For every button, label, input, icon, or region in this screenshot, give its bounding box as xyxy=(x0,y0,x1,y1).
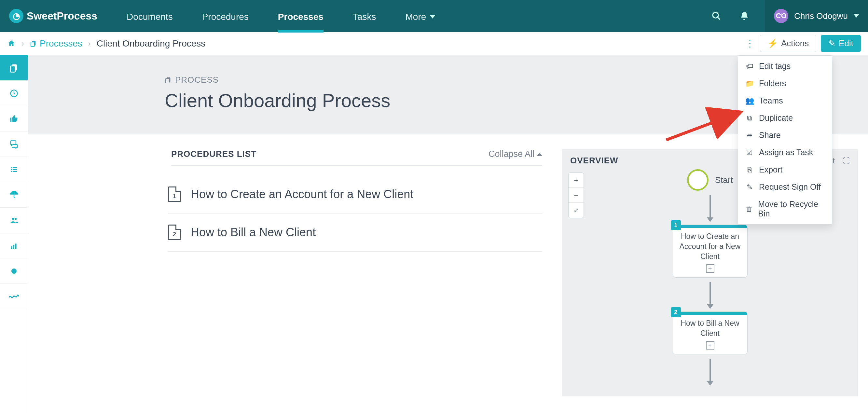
nav-tasks[interactable]: Tasks xyxy=(353,12,376,32)
svg-rect-20 xyxy=(166,78,169,83)
actions-dropdown: 🏷Edit tags 📁Folders 👥Teams ⧉Duplicate ➦S… xyxy=(738,55,832,225)
dd-label: Edit tags xyxy=(759,62,790,71)
sidebar-item-bars[interactable] xyxy=(0,233,28,258)
breadcrumb-processes[interactable]: Processes xyxy=(30,38,82,49)
bell-icon[interactable] xyxy=(737,8,752,24)
chevron-down-icon xyxy=(854,14,859,18)
plus-icon[interactable]: + xyxy=(706,341,714,350)
sidebar-item-clock[interactable] xyxy=(0,81,28,106)
dd-duplicate[interactable]: ⧉Duplicate xyxy=(738,109,832,127)
flow-card[interactable]: 2 How to Bill a New Client + xyxy=(673,312,748,354)
arrow-down-icon xyxy=(710,282,711,308)
svg-rect-5 xyxy=(10,66,15,72)
sidebar-item-dot[interactable] xyxy=(0,258,28,284)
bolt-icon: ⚡ xyxy=(768,38,778,49)
procedure-item[interactable]: 2 How to Bill a New Client xyxy=(168,214,542,252)
sidebar-item-list[interactable] xyxy=(0,157,28,182)
tag-icon: 🏷 xyxy=(745,62,754,71)
edit-button[interactable]: ✎ Edit xyxy=(821,35,861,52)
page-title: Client Onboarding Process xyxy=(165,90,542,111)
sidebar-item-people[interactable] xyxy=(0,208,28,233)
dd-export[interactable]: ⎘Export xyxy=(738,161,832,178)
dd-assign-task[interactable]: ☑Assign as Task xyxy=(738,144,832,161)
procedures-heading: PROCEDURES LIST xyxy=(171,149,256,159)
nav-processes[interactable]: Processes xyxy=(278,12,323,32)
breadcrumb-sep: › xyxy=(22,39,24,48)
flow-card-text: How to Create an Account for a New Clien… xyxy=(673,231,747,262)
svg-point-14 xyxy=(14,218,17,220)
dd-share[interactable]: ➦Share xyxy=(738,127,832,144)
user-menu[interactable]: CO Chris Odogwu xyxy=(765,0,868,32)
arrow-down-icon xyxy=(710,195,711,221)
dd-signoff[interactable]: ✎Request Sign Off xyxy=(738,178,832,196)
svg-point-0 xyxy=(713,12,719,18)
zoom-out-button[interactable]: − xyxy=(568,188,584,203)
zoom-in-button[interactable]: + xyxy=(568,173,584,188)
svg-rect-11 xyxy=(11,171,12,172)
flow-card-number: 1 xyxy=(671,220,681,230)
svg-rect-9 xyxy=(11,169,12,170)
sidebar-item-umbrella[interactable] xyxy=(0,182,28,208)
actions-button[interactable]: ⚡ Actions xyxy=(760,35,816,52)
collapse-all-link[interactable]: Collapse All xyxy=(489,149,542,159)
sidebar xyxy=(0,55,28,413)
dd-label: Move to Recycle Bin xyxy=(758,199,825,218)
nav-more[interactable]: More xyxy=(405,12,435,32)
procedures-column: PROCEDURES LIST Collapse All 1 How to Cr… xyxy=(171,149,542,396)
svg-rect-7 xyxy=(11,167,12,168)
dd-label: Request Sign Off xyxy=(759,182,821,192)
breadcrumb-bar: › Processes › Client Onboarding Process … xyxy=(0,32,868,55)
procedure-title: How to Create an Account for a New Clien… xyxy=(191,187,413,201)
dd-label: Folders xyxy=(759,79,786,88)
dd-edit-tags[interactable]: 🏷Edit tags xyxy=(738,58,832,75)
overview-heading: OVERVIEW xyxy=(570,156,618,166)
document-icon: 2 xyxy=(168,225,181,240)
kebab-icon[interactable]: ⋮ xyxy=(744,38,755,49)
copy-icon xyxy=(165,76,172,84)
top-bar: ◔ SweetProcess Documents Procedures Proc… xyxy=(0,0,868,32)
page-eyebrow: PROCESS xyxy=(165,75,542,85)
svg-line-1 xyxy=(718,17,720,20)
breadcrumb-actions: ⋮ ⚡ Actions ✎ Edit xyxy=(744,35,861,52)
svg-point-13 xyxy=(12,218,14,220)
teams-icon: 👥 xyxy=(745,97,754,105)
nav-documents[interactable]: Documents xyxy=(127,12,173,32)
sidebar-item-thumb[interactable] xyxy=(0,106,28,131)
flow-start-label: Start xyxy=(715,175,733,185)
document-icon: 1 xyxy=(168,187,181,202)
export-icon: ⎘ xyxy=(745,166,754,174)
chevron-down-icon xyxy=(430,15,435,19)
sidebar-item-squiggle[interactable] xyxy=(0,284,28,309)
flow-card-number: 2 xyxy=(671,307,681,317)
signoff-icon: ✎ xyxy=(745,183,754,191)
breadcrumb-sep: › xyxy=(88,39,91,48)
procedures-head: PROCEDURES LIST Collapse All xyxy=(171,149,542,166)
plus-icon[interactable]: + xyxy=(706,264,714,273)
nav-procedures[interactable]: Procedures xyxy=(202,12,249,32)
svg-rect-16 xyxy=(13,245,14,249)
dd-label: Export xyxy=(759,165,782,174)
dd-recycle[interactable]: 🗑Move to Recycle Bin xyxy=(738,196,832,222)
brand[interactable]: ◔ SweetProcess xyxy=(9,9,97,23)
dd-teams[interactable]: 👥Teams xyxy=(738,92,832,109)
procedure-item[interactable]: 1 How to Create an Account for a New Cli… xyxy=(168,176,542,214)
sidebar-item-chat[interactable] xyxy=(0,131,28,157)
expand-icon[interactable]: ⛶ xyxy=(843,157,850,165)
actions-button-label: Actions xyxy=(781,38,809,49)
eyebrow-text: PROCESS xyxy=(175,75,219,85)
dd-label: Teams xyxy=(759,96,783,105)
flow-start-node[interactable]: Start xyxy=(687,169,733,191)
flow-card[interactable]: 1 How to Create an Account for a New Cli… xyxy=(673,225,748,278)
chevron-up-icon xyxy=(537,153,542,156)
brand-name: SweetProcess xyxy=(27,10,97,22)
zoom-fit-button[interactable]: ⤢ xyxy=(568,203,584,218)
svg-rect-10 xyxy=(13,169,17,170)
svg-rect-15 xyxy=(11,246,12,249)
home-icon[interactable] xyxy=(7,39,16,48)
dd-folders[interactable]: 📁Folders xyxy=(738,75,832,92)
folder-icon: 📁 xyxy=(745,80,754,88)
search-icon[interactable] xyxy=(709,8,724,24)
svg-rect-8 xyxy=(13,167,17,168)
procedure-number: 2 xyxy=(173,231,176,238)
sidebar-item-copy[interactable] xyxy=(0,55,28,81)
